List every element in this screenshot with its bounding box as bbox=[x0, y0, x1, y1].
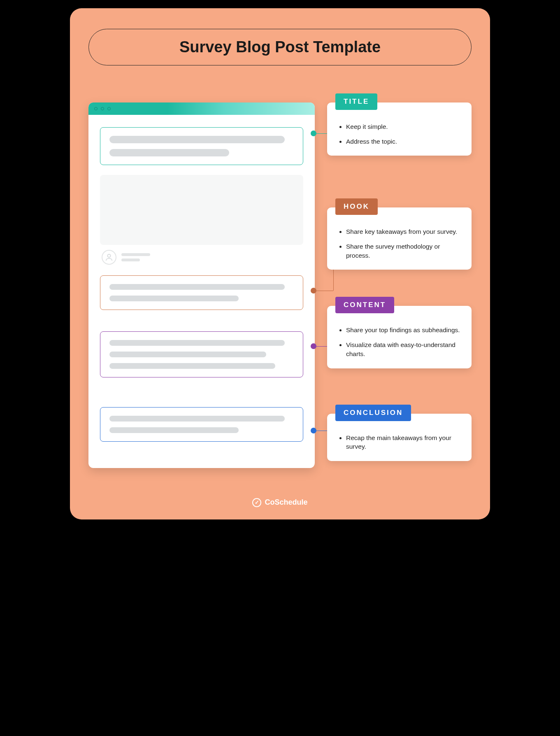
placeholder-line bbox=[109, 340, 285, 346]
callout-item: Keep it simple. bbox=[346, 122, 462, 131]
window-dot-icon bbox=[107, 107, 111, 110]
callout-content: CONTENT Share your top findings as subhe… bbox=[327, 306, 472, 368]
section-title bbox=[100, 127, 303, 165]
callout-item: Visualize data with easy-to-understand c… bbox=[346, 340, 462, 358]
infographic-frame: Survey Blog Post Template bbox=[70, 8, 490, 519]
placeholder-line bbox=[109, 352, 266, 357]
callout-title: TITLE Keep it simple. Address the topic. bbox=[327, 102, 472, 156]
brand-check-icon: ✓ bbox=[252, 498, 261, 507]
callout-item: Share your top findings as subheadings. bbox=[346, 326, 462, 335]
placeholder-line bbox=[109, 363, 275, 369]
placeholder-line bbox=[109, 149, 229, 156]
callout-list: Recap the main takeaways from your surve… bbox=[337, 433, 462, 451]
callout-label: TITLE bbox=[335, 93, 377, 110]
callout-label: HOOK bbox=[335, 198, 378, 215]
svg-point-0 bbox=[107, 254, 110, 257]
placeholder-line bbox=[121, 253, 150, 256]
browser-body bbox=[88, 115, 315, 468]
page-title: Survey Blog Post Template bbox=[105, 38, 455, 56]
section-content-b bbox=[100, 331, 303, 377]
callout-item: Recap the main takeaways from your surve… bbox=[346, 433, 462, 451]
callout-conclusion: CONCLUSION Recap the main takeaways from… bbox=[327, 414, 472, 461]
callout-label: CONCLUSION bbox=[335, 405, 411, 421]
callout-list: Keep it simple. Address the topic. bbox=[337, 122, 462, 146]
callout-item: Share the survey methodology or process. bbox=[346, 242, 462, 260]
section-conclusion bbox=[100, 407, 303, 442]
callout-item: Address the topic. bbox=[346, 137, 462, 146]
content-row: TITLE Keep it simple. Address the topic.… bbox=[88, 102, 472, 477]
callout-list: Share your top findings as subheadings. … bbox=[337, 326, 462, 358]
placeholder-line bbox=[109, 296, 239, 301]
footer-brand: ✓ CoSchedule bbox=[88, 498, 472, 507]
connector-dot-icon bbox=[311, 130, 316, 136]
window-dot-icon bbox=[101, 107, 104, 110]
placeholder-line bbox=[109, 416, 285, 422]
callout-item: Share key takeaways from your survey. bbox=[346, 227, 462, 236]
brand-name: CoSchedule bbox=[265, 498, 307, 507]
browser-bar bbox=[88, 102, 315, 115]
section-hook-image bbox=[100, 175, 303, 245]
placeholder-line bbox=[109, 427, 239, 433]
author-lines bbox=[121, 253, 150, 261]
callouts-column: TITLE Keep it simple. Address the topic.… bbox=[327, 102, 472, 477]
callout-label: CONTENT bbox=[335, 297, 394, 313]
window-dot-icon bbox=[94, 107, 98, 110]
placeholder-line bbox=[109, 136, 285, 143]
placeholder-line bbox=[109, 284, 285, 290]
author-row bbox=[102, 250, 303, 265]
avatar-icon bbox=[102, 250, 116, 265]
page-title-pill: Survey Blog Post Template bbox=[88, 29, 472, 65]
callout-list: Share key takeaways from your survey. Sh… bbox=[337, 227, 462, 260]
callout-hook: HOOK Share key takeaways from your surve… bbox=[327, 207, 472, 270]
browser-mock bbox=[88, 102, 315, 468]
section-content-a bbox=[100, 275, 303, 310]
placeholder-line bbox=[121, 259, 140, 261]
